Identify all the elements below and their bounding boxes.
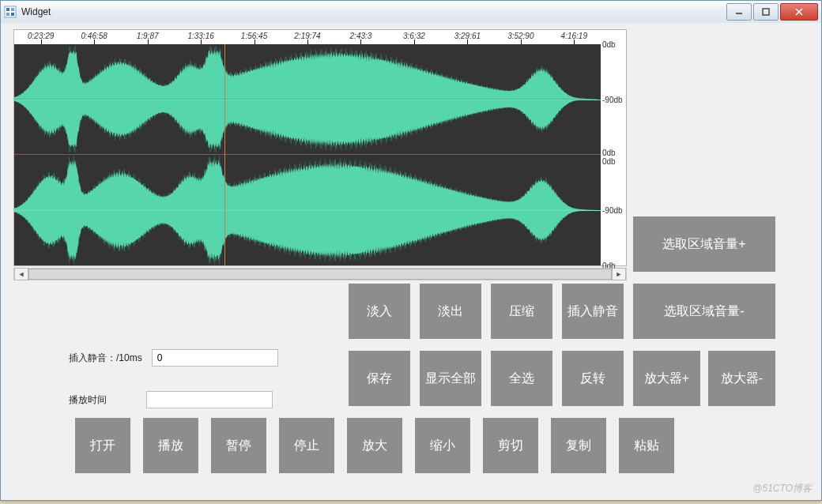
volume-up-selection-button[interactable]: 选取区域音量+: [633, 216, 775, 272]
open-button[interactable]: 打开: [75, 418, 130, 473]
waveform-viewport[interactable]: 0:23:290:46:581:9:871:33:161:56:452:19:7…: [13, 29, 627, 266]
select-all-button[interactable]: 全选: [491, 351, 552, 406]
compress-button[interactable]: 压缩: [491, 284, 552, 339]
save-button[interactable]: 保存: [349, 351, 410, 406]
insert-silence-input[interactable]: [152, 349, 278, 367]
db-label: 0db: [602, 149, 616, 157]
horizontal-scrollbar[interactable]: ◄ ►: [13, 268, 627, 280]
paste-button[interactable]: 粘贴: [619, 418, 674, 473]
db-label: 0db: [602, 40, 616, 49]
db-scale: 0db -90db 0db 0db -90db 0db: [601, 44, 626, 265]
close-button[interactable]: [780, 3, 818, 21]
play-time-label: 播放时间: [69, 393, 107, 407]
db-label: 0db: [602, 157, 616, 166]
svg-rect-6: [763, 9, 769, 15]
svg-rect-1: [6, 8, 9, 11]
time-ruler: 0:23:290:46:581:9:871:33:161:56:452:19:7…: [14, 30, 601, 45]
maximize-button[interactable]: [753, 3, 779, 21]
waveform-panel: 0:23:290:46:581:9:871:33:161:56:452:19:7…: [13, 29, 627, 280]
svg-rect-3: [6, 13, 9, 16]
stop-button[interactable]: 停止: [279, 418, 334, 473]
svg-rect-4: [11, 13, 14, 16]
window-title: Widget: [21, 6, 51, 17]
fade-out-button[interactable]: 淡出: [420, 284, 481, 339]
scroll-left-icon[interactable]: ◄: [14, 268, 28, 280]
waveform-channel-left: [14, 44, 601, 155]
waveform-channel-right: [14, 155, 601, 265]
titlebar[interactable]: Widget: [1, 1, 821, 24]
waveform-tracks[interactable]: [14, 44, 601, 265]
insert-silence-button[interactable]: 插入静音: [562, 284, 624, 339]
playhead-cursor[interactable]: [224, 44, 225, 265]
db-label: -90db: [602, 96, 623, 104]
zoom-in-button[interactable]: 放大: [347, 418, 402, 473]
play-button[interactable]: 播放: [143, 418, 198, 473]
zoom-out-button[interactable]: 缩小: [415, 418, 470, 473]
show-all-button[interactable]: 显示全部: [420, 351, 481, 406]
fade-in-button[interactable]: 淡入: [349, 284, 410, 339]
volume-down-selection-button[interactable]: 选取区域音量-: [633, 284, 775, 339]
db-label: -90db: [602, 206, 623, 215]
amplifier-up-button[interactable]: 放大器+: [633, 351, 700, 406]
copy-button[interactable]: 复制: [551, 418, 606, 473]
app-window: Widget 0:23:290:46:581:9:871:33:161:56:4…: [0, 0, 822, 501]
play-time-input[interactable]: [146, 391, 273, 408]
cut-button[interactable]: 剪切: [483, 418, 538, 473]
insert-silence-label: 插入静音：/10ms: [69, 352, 142, 365]
minimize-button[interactable]: [726, 3, 752, 21]
scrollbar-thumb[interactable]: [28, 269, 612, 280]
insert-silence-row: 插入静音：/10ms: [69, 349, 278, 367]
invert-button[interactable]: 反转: [562, 351, 624, 406]
window-controls: [725, 3, 818, 21]
svg-rect-2: [11, 8, 14, 11]
watermark-text: @51CTO博客: [752, 482, 812, 495]
app-icon: [4, 6, 17, 18]
scroll-right-icon[interactable]: ►: [612, 268, 626, 280]
amplifier-down-button[interactable]: 放大器-: [708, 351, 775, 406]
play-time-row: 播放时间: [69, 391, 273, 408]
client-area: 0:23:290:46:581:9:871:33:161:56:452:19:7…: [1, 23, 821, 500]
pause-button[interactable]: 暂停: [211, 418, 266, 473]
